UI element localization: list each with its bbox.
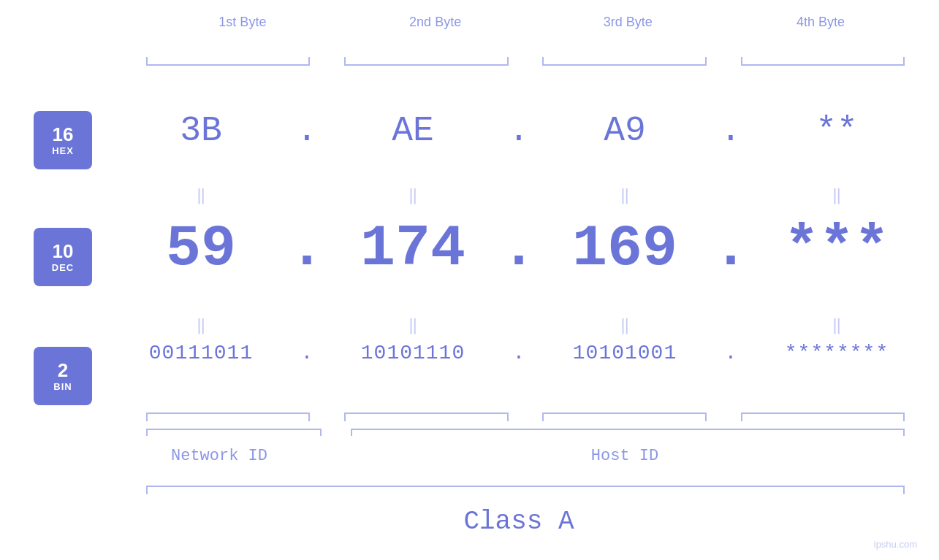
eq-sym-mid-2: ‖ [325,315,501,335]
outer-bot-bracket [146,486,905,487]
equals-row-top: ‖ ‖ ‖ ‖ [113,185,924,205]
bot-bracket-2 [344,413,508,414]
eq-sym-3: ‖ [537,185,712,205]
eq-sym-4: ‖ [749,185,924,205]
id-labels: Network ID Host ID [113,447,924,465]
col-header-2nd: 2nd Byte [348,15,523,30]
eq-sym-1: ‖ [113,185,289,205]
top-bracket-3 [542,64,706,66]
row-bin: 00111011 . 10101110 . 10101001 . *******… [113,342,924,364]
eq-sym-2: ‖ [325,185,501,205]
col-header-1st: 1st Byte [155,15,330,30]
col-header-4th: 4th Byte [733,15,908,30]
eq-sym-mid-3: ‖ [537,315,712,335]
badge-bin-label: BIN [53,381,72,392]
bin-val-3: 10101001 [537,342,712,364]
bin-dot-1: . [289,342,325,364]
hex-val-1: 3B [113,111,289,150]
hex-val-3: A9 [537,111,712,150]
hex-dot-1: . [289,111,325,150]
col-headers: 1st Byte 2nd Byte 3rd Byte 4th Byte [146,15,917,30]
bot-bracket-3 [542,413,706,414]
top-bracket-1 [146,64,310,66]
host-id-label: Host ID [325,447,924,465]
badge-hex-num: 16 [53,124,74,145]
bin-val-4: ******** [749,342,924,364]
bracket-host [351,429,905,430]
top-bracket-2 [344,64,508,66]
dec-val-4: *** [749,215,924,282]
badge-hex: 16 HEX [34,111,92,169]
bin-val-1: 00111011 [113,342,289,364]
badge-dec: 10 DEC [34,228,92,286]
eq-sym-mid-1: ‖ [113,315,289,335]
network-id-label: Network ID [113,447,325,465]
hex-val-2: AE [325,111,501,150]
bin-dot-3: . [712,342,749,364]
bin-dot-2: . [501,342,537,364]
watermark: ipshu.com [874,539,917,550]
row-dec: 59 . 174 . 169 . *** [113,215,924,282]
dec-dot-1: . [289,215,325,282]
row-hex: 3B . AE . A9 . ** [113,111,924,150]
dec-dot-3: . [712,215,749,282]
bin-val-2: 10101110 [325,342,501,364]
bot-bracket-1 [146,413,310,414]
badge-dec-label: DEC [52,262,74,273]
hex-val-4: ** [749,111,924,150]
class-label: Class A [113,507,924,537]
dec-val-3: 169 [537,215,712,282]
badge-bin: 2 BIN [34,347,92,405]
hex-dot-2: . [501,111,537,150]
main-container: 1st Byte 2nd Byte 3rd Byte 4th Byte 16 H… [0,0,939,560]
hex-dot-3: . [712,111,749,150]
bracket-network [146,429,322,430]
bot-brackets [146,413,905,414]
dec-val-2: 174 [325,215,501,282]
eq-sym-mid-4: ‖ [749,315,924,335]
bot-bracket-4 [741,413,905,414]
dec-dot-2: . [501,215,537,282]
badge-dec-num: 10 [53,241,74,262]
dec-val-1: 59 [113,215,289,282]
equals-row-mid: ‖ ‖ ‖ ‖ [113,315,924,335]
badge-hex-label: HEX [52,145,74,156]
badge-bin-num: 2 [58,360,68,381]
top-bracket-4 [741,64,905,66]
top-brackets [146,57,905,66]
col-header-3rd: 3rd Byte [540,15,715,30]
